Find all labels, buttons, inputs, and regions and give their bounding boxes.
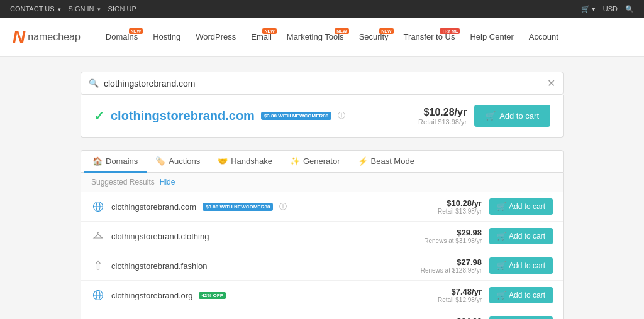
price-retail-4: Retail $12.98/yr <box>438 296 482 303</box>
nav-security[interactable]: Security NEW <box>353 27 395 46</box>
top-bar-left: CONTACT US ▾ SIGN IN ▾ SIGN UP <box>10 5 136 13</box>
suggested-title: Suggested Results <box>91 178 155 187</box>
nav-email[interactable]: Email NEW <box>245 27 278 46</box>
main-add-to-cart-button[interactable]: 🛒 Add to cart <box>474 105 550 127</box>
info-icon-1[interactable]: ⓘ <box>279 202 287 212</box>
tab-beast-mode[interactable]: ⚡ Beast Mode <box>349 151 423 173</box>
hanger-icon-2 <box>91 229 105 243</box>
globe-icon-1 <box>91 200 105 214</box>
price-col-3: $27.98 Renews at $128.98/yr <box>421 257 482 274</box>
price-col-2: $29.98 Renews at $31.98/yr <box>424 228 482 244</box>
domain-name-1: clothingstorebrand.com <box>111 202 196 212</box>
hide-link[interactable]: Hide <box>160 178 175 187</box>
nav-marketing[interactable]: Marketing Tools NEW <box>280 27 350 46</box>
add-cart-icon-3: 🛒 <box>497 261 506 270</box>
domain-left-1: clothingstorebrand.com $3.88 WITH NEWCOM… <box>91 200 287 214</box>
logo-text: namecheap <box>28 31 80 43</box>
tab-domains-icon: 🏠 <box>92 156 103 166</box>
tab-domains-label: Domains <box>106 156 138 166</box>
add-cart-icon-4: 🛒 <box>497 291 506 300</box>
price-amount-4: $7.48/yr <box>438 287 482 296</box>
suggested-row-1: clothingstorebrand.com $3.88 WITH NEWCOM… <box>81 192 563 222</box>
tab-auctions[interactable]: 🏷️ Auctions <box>147 151 209 173</box>
domain-right-5: $64.98 Renews at $66.98/yr 🛒 Add to cart <box>424 316 553 319</box>
suggested-header: Suggested Results Hide <box>81 173 563 192</box>
domain-right-1: $10.28/yr Retail $13.98/yr 🛒 Add to cart <box>438 198 553 215</box>
signin-chevron-icon: ▾ <box>97 6 101 13</box>
search-box: 🔍 ✕ <box>80 72 564 95</box>
sign-up-link[interactable]: SIGN UP <box>108 5 136 13</box>
nav-account[interactable]: Account <box>523 27 565 46</box>
add-button-4[interactable]: 🛒 Add to cart <box>489 287 553 303</box>
tab-domains[interactable]: 🏠 Domains <box>84 151 147 173</box>
price-amount-2: $29.98 <box>424 228 482 237</box>
nav-help[interactable]: Help Center <box>464 27 519 46</box>
main-price: $10.28/yr <box>418 107 467 118</box>
email-new-badge: NEW <box>262 28 276 34</box>
domain-right-3: $27.98 Renews at $128.98/yr 🛒 Add to car… <box>421 257 553 274</box>
price-retail-1: Retail $13.98/yr <box>438 208 482 215</box>
cart-icon-btn: 🛒 <box>486 111 496 121</box>
domain-name-3: clothingstorebrand.fashion <box>111 261 208 271</box>
suggested-row-4: clothingstorebrand.org 42% OFF $7.48/yr … <box>81 281 563 310</box>
add-cart-icon-1: 🛒 <box>497 202 506 211</box>
tab-generator-icon: ✨ <box>290 156 300 166</box>
tab-handshake-icon: 🤝 <box>218 156 228 166</box>
marketing-new-badge: NEW <box>335 28 348 34</box>
main-retail: Retail $13.98/yr <box>418 118 467 126</box>
add-button-5[interactable]: 🛒 Add to cart <box>489 316 553 319</box>
tab-auctions-icon: 🏷️ <box>155 156 165 166</box>
sign-in-link[interactable]: SIGN IN ▾ <box>69 5 101 13</box>
nav-domains[interactable]: Domains NEW <box>99 27 144 46</box>
nav-transfer[interactable]: Transfer to Us TRY ME <box>397 27 462 46</box>
domain-left-2: clothingstorebrand.clothing <box>91 229 209 243</box>
domain-name-main: clothingstorebrand.com <box>111 109 255 123</box>
logo[interactable]: N namecheap <box>13 27 80 47</box>
result-domain-main: ✓ clothingstorebrand.com $3.88 WITH NEWC… <box>94 109 345 124</box>
nav-wordpress[interactable]: WordPress <box>189 27 242 46</box>
domain-left-4: clothingstorebrand.org 42% OFF <box>91 288 226 302</box>
tab-handshake[interactable]: 🤝 Handshake <box>209 151 281 173</box>
result-highlight: ✓ clothingstorebrand.com $3.88 WITH NEWC… <box>80 95 564 138</box>
add-button-1[interactable]: 🛒 Add to cart <box>489 198 553 215</box>
transfer-try-badge: TRY ME <box>440 28 460 34</box>
add-button-2[interactable]: 🛒 Add to cart <box>489 228 553 244</box>
nav-hosting[interactable]: Hosting <box>147 27 187 46</box>
domain-right-2: $29.98 Renews at $31.98/yr 🛒 Add to cart <box>424 228 553 244</box>
clear-icon[interactable]: ✕ <box>547 77 555 89</box>
domain-tabs: 🏠 Domains 🏷️ Auctions 🤝 Handshake ✨ Gene… <box>80 150 564 172</box>
tab-handshake-label: Handshake <box>231 156 272 166</box>
price-main: $10.28/yr Retail $13.98/yr <box>418 107 467 126</box>
price-col-1: $10.28/yr Retail $13.98/yr <box>438 198 482 215</box>
logo-n: N <box>13 27 25 47</box>
add-cart-icon-2: 🛒 <box>497 232 506 241</box>
tab-generator-label: Generator <box>303 156 340 166</box>
cart-icon[interactable]: 🛒 ▾ <box>581 5 596 13</box>
tab-beast-label: Beast Mode <box>371 156 414 166</box>
currency-selector[interactable]: USD <box>603 5 618 13</box>
price-col-5: $64.98 Renews at $66.98/yr <box>424 316 482 319</box>
domain-name-2: clothingstorebrand.clothing <box>111 232 209 241</box>
contact-us-link[interactable]: CONTACT US ▾ <box>10 5 61 13</box>
suggested-results-container: Suggested Results Hide clothingstorebran… <box>80 172 564 319</box>
add-button-3[interactable]: 🛒 Add to cart <box>489 257 553 274</box>
newcomer-badge: $3.88 WITH NEWCOMER88 <box>261 112 331 120</box>
off-badge-4: 42% OFF <box>199 292 225 299</box>
security-new-badge: NEW <box>379 28 393 34</box>
tab-auctions-label: Auctions <box>169 156 200 166</box>
domains-new-badge: NEW <box>129 28 143 34</box>
search-icon-top[interactable]: 🔍 <box>625 5 634 13</box>
domain-right-4: $7.48/yr Retail $12.98/yr 🛒 Add to cart <box>438 287 553 303</box>
info-icon[interactable]: ⓘ <box>338 111 345 121</box>
price-renews-3: Renews at $128.98/yr <box>421 267 482 274</box>
tab-generator[interactable]: ✨ Generator <box>281 151 349 173</box>
main-content: 🔍 ✕ ✓ clothingstorebrand.com $3.88 WITH … <box>70 72 574 319</box>
check-icon: ✓ <box>94 109 104 124</box>
price-amount-5: $64.98 <box>424 316 482 319</box>
top-bar: CONTACT US ▾ SIGN IN ▾ SIGN UP 🛒 ▾ USD 🔍 <box>0 0 644 18</box>
suggested-row-3: clothingstorebrand.fashion $27.98 Renews… <box>81 251 563 281</box>
search-input[interactable] <box>104 78 547 89</box>
newcomer-badge-1: $3.88 WITH NEWCOMER88 <box>203 203 273 211</box>
suggested-row-2: clothingstorebrand.clothing $29.98 Renew… <box>81 222 563 251</box>
price-amount-3: $27.98 <box>421 257 482 267</box>
